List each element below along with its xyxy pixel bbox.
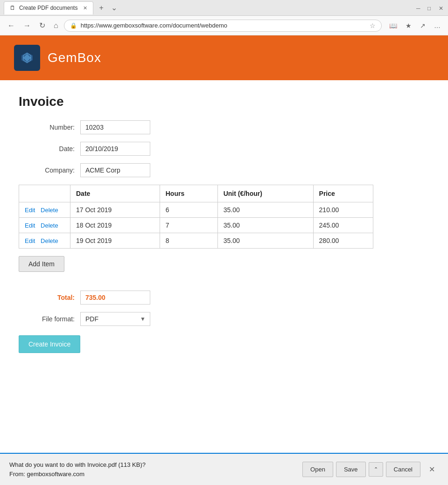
nav-actions: 📖 ★ ↗ …	[386, 20, 443, 31]
page-content: GemBox Invoice Number: Date: Company:	[0, 35, 448, 367]
cell-unit: 35.00	[217, 202, 313, 218]
main-content: Invoice Number: Date: Company:	[0, 80, 448, 367]
site-header: GemBox	[0, 35, 448, 80]
file-format-select[interactable]: PDF DOCX XLSX	[80, 312, 150, 326]
number-group: Number:	[19, 120, 429, 134]
window-controls: ─ □ ✕	[416, 5, 444, 11]
tab-close-btn[interactable]: ✕	[83, 5, 87, 11]
home-btn[interactable]: ⌂	[51, 20, 61, 32]
download-message-line1: What do you want to do with Invoice.pdf …	[9, 460, 146, 470]
create-invoice-button[interactable]: Create Invoice	[19, 335, 80, 353]
title-bar-left: 🗒 Create PDF documents ✕ + ⌄	[4, 1, 117, 14]
table-row: Edit Delete 19 Oct 2019 8 35.00 280.00	[19, 233, 373, 249]
file-format-wrapper: PDF DOCX XLSX ▼	[80, 312, 150, 326]
logo-box	[14, 45, 40, 71]
more-btn[interactable]: …	[431, 20, 443, 31]
delete-link[interactable]: Delete	[41, 207, 58, 214]
cancel-button[interactable]: Cancel	[386, 462, 420, 477]
cell-hours: 6	[160, 202, 217, 218]
edit-link[interactable]: Edit	[25, 222, 35, 229]
action-cell: Edit Delete	[19, 233, 70, 249]
cell-price: 245.00	[313, 218, 373, 233]
logo-icon	[18, 48, 36, 67]
open-button[interactable]: Open	[302, 462, 333, 477]
file-format-group: File format: PDF DOCX XLSX ▼	[19, 312, 429, 326]
col-actions	[19, 185, 70, 202]
cell-unit: 35.00	[217, 233, 313, 249]
number-input[interactable]	[80, 120, 150, 134]
address-bar[interactable]: 🔒 ☆	[64, 20, 382, 32]
col-unit: Unit (€/hour)	[217, 185, 313, 202]
brand-name: GemBox	[48, 50, 101, 65]
download-bar: What do you want to do with Invoice.pdf …	[0, 453, 448, 485]
save-button[interactable]: Save	[336, 462, 366, 477]
table-row: Edit Delete 18 Oct 2019 7 35.00 245.00	[19, 218, 373, 233]
total-label: Total:	[19, 294, 75, 301]
bookmark-icon[interactable]: ☆	[370, 22, 376, 29]
download-message-line2: From: gemboxsoftware.com	[9, 470, 146, 479]
tab-favicon: 🗒	[10, 5, 15, 11]
download-info: What do you want to do with Invoice.pdf …	[9, 460, 146, 478]
edit-link[interactable]: Edit	[25, 237, 35, 244]
date-label: Date:	[19, 145, 75, 152]
favorites-btn[interactable]: ★	[403, 20, 414, 31]
company-group: Company:	[19, 163, 429, 177]
col-hours: Hours	[160, 185, 217, 202]
company-label: Company:	[19, 166, 75, 174]
cell-price: 280.00	[313, 233, 373, 249]
table-row: Edit Delete 17 Oct 2019 6 35.00 210.00	[19, 202, 373, 218]
delete-link[interactable]: Delete	[41, 237, 58, 244]
file-format-label: File format:	[19, 315, 75, 323]
cell-hours: 8	[160, 233, 217, 249]
page-title: Invoice	[19, 94, 429, 109]
browser-tab[interactable]: 🗒 Create PDF documents ✕	[4, 1, 93, 14]
save-chevron-button[interactable]: ⌃	[369, 462, 383, 477]
date-input[interactable]	[80, 142, 150, 156]
download-close-button[interactable]: ✕	[425, 463, 439, 476]
edit-link[interactable]: Edit	[25, 207, 35, 214]
tab-list-btn[interactable]: ⌄	[111, 3, 117, 12]
minimize-btn[interactable]: ─	[416, 5, 422, 11]
refresh-btn[interactable]: ↻	[36, 19, 48, 32]
cell-date: 18 Oct 2019	[70, 218, 160, 233]
download-actions: Open Save ⌃ Cancel ✕	[302, 462, 439, 477]
close-btn[interactable]: ✕	[439, 5, 444, 11]
table-header-row: Date Hours Unit (€/hour) Price	[19, 185, 373, 202]
invoice-table: Date Hours Unit (€/hour) Price Edit Dele…	[19, 185, 373, 249]
url-input[interactable]	[81, 22, 366, 29]
action-cell: Edit Delete	[19, 218, 70, 233]
cell-date: 19 Oct 2019	[70, 233, 160, 249]
new-tab-btn[interactable]: +	[96, 4, 106, 12]
number-label: Number:	[19, 124, 75, 131]
cell-date: 17 Oct 2019	[70, 202, 160, 218]
action-cell: Edit Delete	[19, 202, 70, 218]
share-btn[interactable]: ↗	[417, 20, 428, 31]
delete-link[interactable]: Delete	[41, 222, 58, 229]
col-price: Price	[313, 185, 373, 202]
maximize-btn[interactable]: □	[427, 5, 433, 11]
company-input[interactable]	[80, 163, 150, 177]
back-btn[interactable]: ←	[5, 20, 18, 32]
tab-title: Create PDF documents	[19, 5, 77, 11]
cell-hours: 7	[160, 218, 217, 233]
cell-price: 210.00	[313, 202, 373, 218]
cell-unit: 35.00	[217, 218, 313, 233]
lock-icon: 🔒	[70, 22, 77, 29]
reader-mode-btn[interactable]: 📖	[386, 20, 400, 31]
nav-bar: ← → ↻ ⌂ 🔒 ☆ 📖 ★ ↗ …	[0, 16, 448, 35]
col-date: Date	[70, 185, 160, 202]
add-item-button[interactable]: Add Item	[19, 256, 64, 272]
total-value: 735.00	[80, 291, 150, 305]
date-group: Date:	[19, 142, 429, 156]
total-group: Total: 735.00	[19, 291, 429, 305]
browser-frame: 🗒 Create PDF documents ✕ + ⌄ ─ □ ✕ ← → ↻…	[0, 0, 448, 367]
forward-btn[interactable]: →	[21, 20, 34, 32]
title-bar: 🗒 Create PDF documents ✕ + ⌄ ─ □ ✕	[0, 0, 448, 16]
